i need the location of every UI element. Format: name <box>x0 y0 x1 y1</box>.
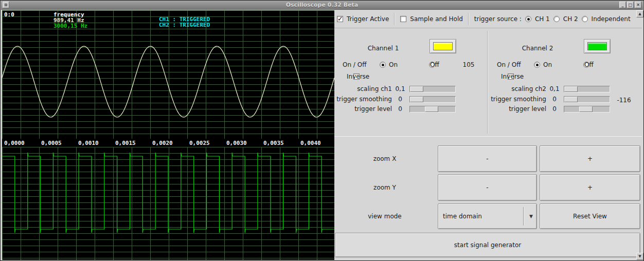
channel1-scaling-label: scaling ch1 <box>334 85 392 92</box>
channel1-color-swatch <box>433 42 453 50</box>
titlebar[interactable]: Oscilloscope 0.32 Beta _ □ ✕ <box>1 1 643 10</box>
channel2-color-button[interactable] <box>584 39 611 53</box>
slider-handle[interactable] <box>410 86 423 92</box>
time-axis-label: 0,0035 <box>263 140 284 146</box>
channel2-onoff-label: On / Off <box>497 61 521 68</box>
time-axis-label: 0,0010 <box>78 140 99 146</box>
ch2-waveform <box>2 147 334 260</box>
channel1-title: Channel 1 <box>350 45 417 52</box>
channel1-smoothing-slider[interactable] <box>409 96 456 103</box>
trigger-active-checkbox[interactable] <box>337 16 343 22</box>
channel1-off-label: Off <box>430 61 439 68</box>
time-axis-label: 0,0030 <box>226 140 247 146</box>
channel1-smoothing-label: trigger smoothing <box>334 96 392 103</box>
up-arrow-icon: ▲ <box>638 12 641 16</box>
time-axis-label: 0,0020 <box>152 140 173 146</box>
channel2-offset-readout: -116 <box>612 97 636 104</box>
scroll-up-button[interactable]: ▲ <box>636 10 643 17</box>
channel1-color-button[interactable] <box>430 39 456 53</box>
sample-and-hold-label: Sample and Hold <box>410 15 463 23</box>
channel2-scaling-value: 0,1 <box>547 85 562 92</box>
channel1-on-radio[interactable] <box>380 62 386 68</box>
app-window: Oscilloscope 0.32 Beta _ □ ✕ 0:0 frequen… <box>0 0 644 261</box>
view-controls: zoom X - + zoom Y - + view mode time dom… <box>334 136 642 261</box>
slider-handle[interactable] <box>425 106 438 112</box>
zoom-x-plus-button[interactable]: + <box>540 145 640 172</box>
reset-view-button[interactable]: Reset View <box>540 203 640 229</box>
channel2-scaling-label: scaling ch2 <box>489 85 546 92</box>
oscilloscope-display[interactable]: 0:0 frequency 989,41 Hz 3000,15 Hz CH1 :… <box>2 10 334 260</box>
slider-handle[interactable] <box>564 86 578 92</box>
channel2-on-label: On <box>543 61 552 68</box>
channel2-title: Channel 2 <box>504 45 571 52</box>
ch2-frequency-readout: 3000,15 Hz <box>53 23 87 29</box>
dropdown-separator <box>523 207 524 226</box>
slider-handle[interactable] <box>579 106 593 112</box>
view-mode-value: time domain <box>443 213 482 220</box>
trigger-active-label: Trigger Active <box>347 15 389 23</box>
minimize-button[interactable]: _ <box>619 2 626 8</box>
channel1-scaling-slider[interactable] <box>409 86 456 92</box>
channel2-smoothing-slider[interactable] <box>564 96 610 103</box>
maximize-button[interactable]: □ <box>627 2 634 8</box>
zoom-y-plus-button[interactable]: + <box>540 174 640 201</box>
channel2-color-swatch <box>587 42 607 50</box>
slider-handle[interactable] <box>564 97 578 102</box>
channel2-off-label: Off <box>584 61 594 68</box>
channel1-level-slider[interactable] <box>409 106 456 113</box>
channel-separator <box>487 31 488 134</box>
trigger-source-ch1-label: CH 1 <box>535 15 550 23</box>
channel1-inverse-label: Inverse <box>347 73 369 80</box>
channel1-level-label: trigger level <box>334 105 392 113</box>
control-panel: Trigger Active Sample and Hold trigger s… <box>334 10 642 261</box>
time-axis-label: 0,0025 <box>189 140 210 146</box>
channel2-inverse-label: Inverse <box>501 73 524 80</box>
sample-and-hold-checkbox[interactable] <box>400 16 406 22</box>
time-axis-label: 0,0040 <box>300 140 321 146</box>
channel1-on-label: On <box>389 61 398 68</box>
zoom-y-label: zoom Y <box>334 184 435 191</box>
zoom-x-minus-button[interactable]: - <box>438 145 537 172</box>
channel1-panel: Channel 1 On / Off On Off 105 Inverse sc… <box>334 29 487 136</box>
time-axis-label: 0,0005 <box>41 140 62 146</box>
view-mode-dropdown[interactable]: time domain ▼ <box>438 203 537 229</box>
channel-panels: Channel 1 On / Off On Off 105 Inverse sc… <box>334 29 642 136</box>
channel2-on-radio[interactable] <box>534 62 540 68</box>
time-axis-label: 0,0015 <box>115 140 136 146</box>
channel1-onoff-label: On / Off <box>343 61 366 68</box>
separator <box>468 13 469 25</box>
zoom-y-minus-button[interactable]: - <box>438 174 537 201</box>
trigger-source-ch2-label: CH 2 <box>563 15 578 23</box>
ch2-plot-area[interactable] <box>2 147 334 260</box>
channel2-smoothing-label: trigger smoothing <box>489 96 546 103</box>
channel2-level-slider[interactable] <box>564 106 610 113</box>
channel2-smoothing-value: 0 <box>547 96 562 103</box>
channel2-panel: Channel 2 On / Off On Off -116 Inverse s… <box>489 29 641 136</box>
trigger-settings-bar: Trigger Active Sample and Hold trigger s… <box>334 10 642 28</box>
trigger-source-ch1-radio[interactable] <box>525 16 531 22</box>
trigger-source-ch2-radio[interactable] <box>553 16 560 22</box>
trigger-source-label: trigger source : <box>474 15 522 23</box>
ch1-waveform <box>2 10 334 139</box>
channel1-smoothing-value: 0 <box>393 96 407 103</box>
separator <box>394 13 395 25</box>
slider-handle[interactable] <box>410 97 423 102</box>
ch1-plot-area[interactable]: 0:0 frequency 989,41 Hz 3000,15 Hz CH1 :… <box>2 10 334 139</box>
channel2-scaling-slider[interactable] <box>564 86 610 92</box>
trigger-source-independent-label: Independent <box>592 15 631 23</box>
down-arrow-icon: ▼ <box>638 254 641 258</box>
trigger-source-independent-radio[interactable] <box>582 16 588 22</box>
channel1-offset-readout: 105 <box>458 61 479 68</box>
cursor-position: 0:0 <box>4 11 14 18</box>
channel2-level-value: 0 <box>547 105 562 113</box>
ch2-trigger-status: CH2 : TRIGGERED <box>159 22 210 28</box>
start-signal-generator-button[interactable]: start signal generator <box>335 233 640 257</box>
time-axis: 0,00000,00050,00100,00150,00200,00250,00… <box>2 139 334 147</box>
titlebar-buttons: _ □ ✕ <box>619 2 641 8</box>
scroll-down-button[interactable]: ▼ <box>636 253 643 260</box>
zoom-x-label: zoom X <box>334 155 435 162</box>
close-button[interactable]: ✕ <box>635 2 641 8</box>
channel1-scaling-value: 0,1 <box>393 85 407 92</box>
view-mode-label: view mode <box>334 213 435 220</box>
time-axis-label: 0,0000 <box>4 140 25 146</box>
